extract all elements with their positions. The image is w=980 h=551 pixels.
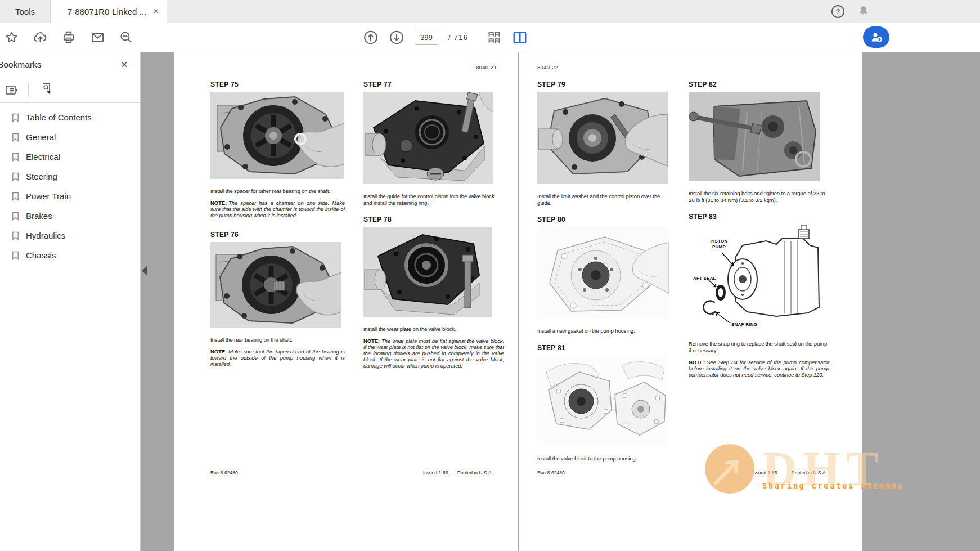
tab-bar: Tools 7-88071R0-Linked ... ✕ ? (0, 0, 980, 23)
sidebar-item-electrical[interactable]: Electrical (0, 147, 140, 167)
bookmarks-list: Table of Contents General Electrical Ste… (0, 103, 140, 265)
diagram-label-snap-ring: SNAP RING (731, 322, 757, 328)
sidebar-item-steering[interactable]: Steering (0, 167, 140, 186)
diagram-label-piston-pump: PISTON PUMP (703, 239, 735, 250)
sidebar-item-power-train[interactable]: Power Train (0, 186, 140, 206)
step-caption: Install the guide for the control piston… (363, 193, 504, 207)
page-total-label: / 716 (448, 33, 468, 42)
document-page-1: 8040-21 STEP 75 (174, 52, 518, 551)
cloud-upload-icon[interactable] (32, 29, 48, 45)
next-page-icon[interactable] (389, 29, 404, 45)
step-note: NOTE:The wear plate must be flat against… (363, 338, 504, 369)
step-caption: Install the six retaining bolts and tigh… (689, 190, 829, 204)
tab-tools[interactable]: Tools (0, 0, 51, 23)
tab-tools-label: Tools (15, 7, 35, 16)
two-page-view-icon[interactable] (512, 29, 528, 45)
step-76-photo (210, 242, 345, 330)
find-current-bookmark-icon[interactable] (39, 82, 53, 98)
document-view[interactable]: 8040-21 STEP 75 (141, 52, 980, 551)
step-title: STEP 79 (537, 80, 671, 88)
step-83-diagram: PISTON PUMP AFT SEAL SNAP RING (689, 224, 824, 334)
page-footer-issued: Issued 1-86 (752, 470, 777, 476)
step-title: STEP 78 (363, 216, 504, 223)
step-caption: Install the valve block to the pump hous… (537, 455, 671, 462)
step-title: STEP 82 (689, 80, 829, 88)
close-tab-icon[interactable]: ✕ (151, 6, 161, 16)
step-note: NOTE:The spacer has a chamfer on one sid… (210, 200, 345, 218)
main-toolbar: / 716 (0, 23, 980, 52)
step-caption: Install the rear bearing on the shaft. (210, 337, 345, 343)
acrobat-window: Tools 7-88071R0-Linked ... ✕ ? (0, 0, 980, 551)
step-caption: Remove the snap ring to replace the shaf… (689, 341, 829, 354)
previous-page-icon[interactable] (363, 29, 379, 45)
notifications-bell-icon[interactable] (857, 5, 870, 18)
tabbar-right-icons: ? (831, 0, 870, 23)
step-caption: Install the limit washer and the control… (537, 193, 671, 207)
step-75-photo (210, 92, 345, 181)
step-title: STEP 76 (210, 231, 345, 239)
divider (28, 83, 29, 97)
step-caption: Install the wear plate on the valve bloc… (363, 326, 504, 333)
page-footer-printed: Printed in U.S.A. (457, 470, 493, 476)
print-icon[interactable] (61, 29, 77, 45)
sidebar-item-chassis[interactable]: Chassis (0, 245, 140, 265)
step-title: STEP 77 (363, 80, 504, 88)
sidebar-item-brakes[interactable]: Brakes (0, 206, 140, 226)
step-title: STEP 80 (537, 216, 671, 223)
sidebar-item-hydraulics[interactable]: Hydraulics (0, 226, 140, 245)
bookmarks-panel: Bookmarks ✕ ▾ (0, 52, 141, 551)
step-title: STEP 75 (210, 80, 345, 88)
step-80-photo (537, 227, 671, 321)
page-footer-doc-number: Rac 8-62480 (210, 470, 238, 476)
email-icon[interactable] (89, 29, 105, 45)
star-rate-icon[interactable] (3, 29, 19, 45)
page-code: 8040-22 (537, 64, 558, 70)
page-display-options-icon[interactable] (486, 29, 502, 45)
tab-document[interactable]: 7-88071R0-Linked ... ✕ (51, 0, 167, 23)
sidebar-item-table-of-contents[interactable]: Table of Contents (0, 107, 140, 127)
step-note: NOTE:Make sure that the tapered end of t… (210, 348, 345, 367)
bookmark-options-icon[interactable]: ▾ (5, 84, 18, 96)
step-81-photo (537, 355, 671, 449)
search-icon[interactable] (118, 29, 134, 45)
step-78-photo (363, 227, 504, 319)
step-77-photo (363, 92, 504, 186)
page-number-input[interactable] (415, 30, 438, 45)
step-82-photo (689, 92, 829, 183)
page-footer-issued: Issued 1-86 (423, 470, 448, 476)
step-caption: Install the spacer for other rear bearin… (210, 188, 345, 195)
step-caption: Install a new gasket on the pump housing… (537, 328, 671, 334)
step-title: STEP 81 (537, 344, 671, 352)
page-footer-doc-number: Rac 8-62480 (537, 470, 565, 476)
page-navigation-group: / 716 (363, 23, 528, 52)
page-footer-printed: Printed in U.S.A. (792, 470, 827, 476)
close-panel-icon[interactable]: ✕ (120, 60, 128, 70)
tab-document-title: 7-88071R0-Linked ... (68, 7, 146, 16)
toolbar-left-group (1, 23, 134, 52)
diagram-label-aft-seal: AFT SEAL (693, 276, 716, 281)
step-title: STEP 83 (689, 213, 829, 221)
page-code: 8040-21 (476, 64, 497, 70)
share-add-person-button[interactable] (863, 26, 889, 48)
step-79-photo (537, 92, 671, 186)
bookmarks-panel-title: Bookmarks (0, 60, 42, 70)
sidebar-item-general[interactable]: General (0, 127, 140, 147)
help-icon[interactable]: ? (831, 5, 844, 18)
document-page-2: 8040-22 STEP 79 (519, 52, 862, 551)
step-note: NOTE:See Step 84 for service of the pump… (689, 359, 829, 378)
collapse-panel-button[interactable] (142, 266, 147, 275)
